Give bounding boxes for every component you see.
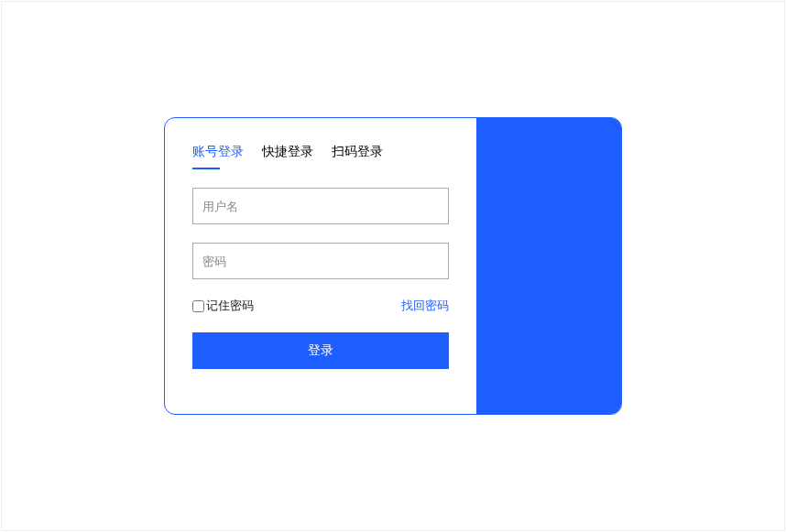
page-container: 账号登录 快捷登录 扫码登录 记住密码 找回密码 登录 xyxy=(1,1,785,531)
options-row: 记住密码 找回密码 xyxy=(192,298,449,314)
tab-quick-login[interactable]: 快捷登录 xyxy=(262,144,313,169)
password-row xyxy=(192,243,449,279)
form-area: 账号登录 快捷登录 扫码登录 记住密码 找回密码 登录 xyxy=(165,118,476,414)
login-card: 账号登录 快捷登录 扫码登录 记住密码 找回密码 登录 xyxy=(164,117,622,415)
username-row xyxy=(192,188,449,224)
remember-label[interactable]: 记住密码 xyxy=(206,298,254,314)
accent-panel xyxy=(476,118,621,414)
login-tabs: 账号登录 快捷登录 扫码登录 xyxy=(192,144,449,169)
remember-checkbox[interactable] xyxy=(192,300,204,312)
username-input[interactable] xyxy=(192,188,449,224)
login-button[interactable]: 登录 xyxy=(192,332,449,369)
forgot-password-link[interactable]: 找回密码 xyxy=(401,298,449,314)
password-input[interactable] xyxy=(192,243,449,279)
tab-account-login[interactable]: 账号登录 xyxy=(192,144,244,169)
remember-group: 记住密码 xyxy=(192,298,254,314)
tab-scan-login[interactable]: 扫码登录 xyxy=(332,144,383,169)
